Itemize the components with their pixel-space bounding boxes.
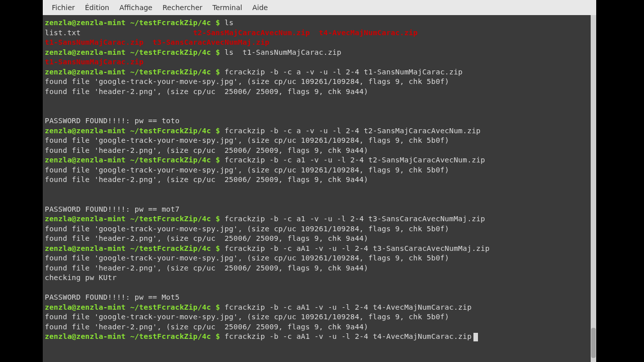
output-line: found file 'header-2.png', (size cp/uc 2…	[45, 146, 368, 154]
output-line: found file 'header-2.png', (size cp/uc 2…	[45, 264, 368, 272]
ls-output-zip: t4-AvecMajNumCarac.zip	[319, 29, 418, 37]
prompt-user: zenzla@zenzla-mint	[45, 19, 126, 27]
prompt-symbol: $	[215, 68, 220, 76]
prompt-user: zenzla@zenzla-mint	[45, 156, 126, 164]
prompt-user: zenzla@zenzla-mint	[45, 303, 126, 311]
command: fcrackzip -b -c a -v -u -l 2-4 t2-SansMa…	[224, 127, 480, 135]
output-line: found file 'google-track-your-move-spy.j…	[45, 166, 449, 174]
prompt-path: ~/testFcrackZip/4c	[130, 332, 211, 340]
prompt-symbol: $	[215, 156, 220, 164]
prompt-symbol: $	[215, 244, 220, 252]
prompt-user: zenzla@zenzla-mint	[45, 215, 126, 223]
menu-view[interactable]: Affichage	[114, 2, 157, 14]
output-line: found file 'google-track-your-move-spy.j…	[45, 254, 449, 262]
prompt-path: ~/testFcrackZip/4c	[130, 303, 211, 311]
prompt-user: zenzla@zenzla-mint	[45, 68, 126, 76]
prompt-path: ~/testFcrackZip/4c	[130, 156, 211, 164]
ls-output-zip: t2-SansMajCaracAvecNum.zip	[193, 29, 310, 37]
output-line: found file 'google-track-your-move-spy.j…	[45, 225, 449, 233]
command: fcrackzip -b -c a1 -v -u -l 2-4 t2-SansM…	[224, 156, 485, 164]
prompt-symbol: $	[215, 303, 220, 311]
prompt-user: zenzla@zenzla-mint	[45, 127, 126, 135]
menu-edit[interactable]: Édition	[80, 2, 114, 14]
output-line: found file 'header-2.png', (size cp/uc 2…	[45, 175, 368, 184]
prompt-path: ~/testFcrackZip/4c	[130, 68, 211, 76]
ls-output-zip: t1-SansNumMajCarac.zip	[45, 38, 143, 46]
command: fcrackzip -b -c a1 -v -u -l 2-4 t3-SansC…	[224, 215, 485, 223]
prompt-path: ~/testFcrackZip/4c	[130, 19, 211, 27]
prompt-path: ~/testFcrackZip/4c	[130, 48, 211, 56]
menu-terminal[interactable]: Terminal	[207, 2, 247, 14]
ls-output-zip: t1-SansNumMajCarac.zip	[45, 58, 143, 66]
command: fcrackzip -b -c aA1 -v -u -l 2-4 t3-Sans…	[224, 244, 490, 252]
prompt-path: ~/testFcrackZip/4c	[130, 244, 211, 252]
letterbox-left	[0, 0, 43, 362]
terminal-output[interactable]: zenzla@zenzla-mint ~/testFcrackZip/4c $ …	[43, 15, 596, 362]
command: fcrackzip -b -c a -v -u -l 2-4 t1-SansNu…	[224, 68, 462, 76]
output-line: found file 'google-track-your-move-spy.j…	[45, 136, 449, 144]
output-line: found file 'header-2.png', (size cp/uc 2…	[45, 323, 368, 331]
letterbox-right	[596, 0, 644, 362]
menu-search[interactable]: Rechercher	[157, 2, 207, 14]
prompt-user: zenzla@zenzla-mint	[45, 48, 126, 56]
command: fcrackzip -b -c aA1 -v -u -l 2-4 t4-Avec…	[224, 332, 471, 340]
cursor	[473, 333, 478, 341]
command: ls	[224, 19, 233, 27]
ls-output-file: list.txt	[45, 29, 80, 37]
command: ls t1-SansNumMajCarac.zip	[224, 48, 341, 56]
prompt-path: ~/testFcrackZip/4c	[130, 215, 211, 223]
output-line: checking pw KUtr	[45, 274, 117, 282]
prompt-symbol: $	[215, 215, 220, 223]
terminal-window: Fichier Édition Affichage Rechercher Ter…	[43, 0, 596, 362]
prompt-user: zenzla@zenzla-mint	[45, 244, 126, 252]
output-line: found file 'header-2.png', (size cp/uc 2…	[45, 234, 368, 242]
output-line: found file 'google-track-your-move-spy.j…	[45, 313, 449, 321]
prompt-symbol: $	[215, 127, 220, 135]
scrollbar[interactable]	[591, 15, 596, 362]
output-line: found file 'header-2.png', (size cp/uc 2…	[45, 87, 368, 96]
menubar: Fichier Édition Affichage Rechercher Ter…	[43, 0, 596, 15]
password-found: PASSWORD FOUND!!!!: pw == toto	[45, 117, 180, 125]
prompt-path: ~/testFcrackZip/4c	[130, 127, 211, 135]
output-line: found file 'google-track-your-move-spy.j…	[45, 77, 449, 85]
prompt-symbol: $	[215, 332, 220, 340]
menu-help[interactable]: Aide	[247, 2, 273, 14]
prompt-user: zenzla@zenzla-mint	[45, 332, 126, 340]
command: fcrackzip -b -c aA1 -v -u -l 2-4 t4-Avec…	[224, 303, 471, 311]
ls-output-zip: t3-SansCaracAvecNumMaj.zip	[152, 38, 269, 46]
prompt-symbol: $	[215, 48, 220, 56]
scrollbar-thumb[interactable]	[591, 328, 596, 358]
password-found: PASSWORD FOUND!!!!: pw == mot7	[45, 205, 180, 213]
password-found: PASSWORD FOUND!!!!: pw == Mot5	[45, 293, 180, 301]
prompt-symbol: $	[215, 19, 220, 27]
menu-file[interactable]: Fichier	[47, 2, 80, 14]
